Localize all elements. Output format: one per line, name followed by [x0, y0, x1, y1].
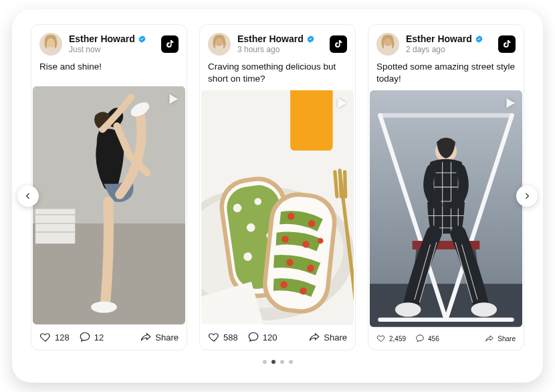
svg-point-9: [91, 301, 117, 312]
carousel-next-button[interactable]: [516, 185, 538, 207]
post-card: Esther Howard 2 days ago Spotted some am…: [368, 24, 524, 351]
device-frame: Esther Howard Just now Rise and shine!: [12, 9, 543, 383]
like-count: 588: [223, 332, 238, 342]
post-time: 2 days ago: [406, 45, 491, 54]
carousel-dots: [31, 360, 524, 364]
like-count: 128: [55, 332, 70, 342]
chevron-left-icon: [23, 191, 33, 201]
post-footer: 588 120 Share: [200, 324, 355, 350]
post-card: Esther Howard Just now Rise and shine!: [31, 24, 187, 351]
carousel-dot[interactable]: [271, 360, 275, 364]
share-label: Share: [155, 332, 179, 342]
author-block: Esther Howard 3 hours ago: [237, 34, 323, 54]
post-media[interactable]: [33, 86, 185, 324]
like-button[interactable]: 128: [39, 331, 70, 343]
heart-icon: [208, 331, 220, 343]
post-card: Esther Howard 3 hours ago Craving someth…: [199, 24, 356, 351]
comment-count: 120: [263, 332, 278, 342]
comment-button[interactable]: 456: [415, 334, 439, 343]
post-media[interactable]: [201, 90, 354, 324]
carousel-dot[interactable]: [289, 360, 293, 364]
chevron-right-icon: [522, 191, 532, 201]
post-header: Esther Howard 2 days ago: [368, 25, 524, 60]
carousel-prev-button[interactable]: [17, 185, 39, 207]
avatar[interactable]: [208, 33, 231, 56]
like-button[interactable]: 588: [208, 331, 238, 343]
author-block: Esther Howard Just now: [69, 34, 154, 54]
post-footer: 128 12 Share: [31, 324, 187, 350]
author-name[interactable]: Esther Howard: [237, 34, 304, 44]
svg-rect-15: [290, 90, 333, 151]
share-label: Share: [497, 335, 516, 342]
play-icon: [334, 96, 348, 110]
svg-line-21: [340, 171, 341, 197]
author-block: Esther Howard 2 days ago: [406, 34, 491, 54]
like-button[interactable]: 2,459: [376, 334, 406, 343]
author-name[interactable]: Esther Howard: [69, 34, 135, 44]
svg-point-65: [471, 303, 497, 317]
comment-count: 456: [428, 335, 439, 342]
share-button[interactable]: Share: [140, 331, 179, 343]
tiktok-icon[interactable]: [330, 35, 347, 53]
heart-icon: [376, 334, 386, 343]
share-label: Share: [324, 332, 347, 342]
post-header: Esther Howard 3 hours ago: [200, 25, 355, 60]
verified-badge-icon: [306, 35, 315, 43]
comment-button[interactable]: 120: [247, 331, 278, 343]
svg-line-22: [345, 172, 346, 197]
share-button[interactable]: Share: [485, 334, 516, 343]
post-media[interactable]: [370, 90, 522, 327]
comment-count: 12: [94, 332, 104, 342]
post-time: 3 hours ago: [237, 45, 323, 54]
svg-line-20: [335, 172, 337, 197]
avatar[interactable]: [39, 33, 62, 56]
post-footer: 2,459 456 Share: [368, 327, 524, 350]
share-icon: [140, 331, 152, 343]
heart-icon: [39, 331, 51, 343]
post-carousel: Esther Howard Just now Rise and shine!: [31, 24, 524, 351]
share-icon: [485, 334, 494, 343]
carousel-dot[interactable]: [280, 360, 284, 364]
tiktok-icon[interactable]: [498, 35, 516, 53]
post-header: Esther Howard Just now: [31, 25, 187, 60]
tiktok-icon[interactable]: [161, 35, 179, 53]
comment-icon: [79, 331, 91, 343]
post-caption: Spotted some amazing street style today!: [368, 60, 524, 90]
verified-badge-icon: [475, 35, 483, 43]
share-button[interactable]: Share: [308, 331, 347, 343]
comment-icon: [415, 334, 425, 343]
like-count: 2,459: [389, 335, 406, 342]
share-icon: [308, 331, 320, 343]
avatar[interactable]: [376, 33, 399, 56]
post-time: Just now: [69, 45, 154, 54]
comment-icon: [247, 331, 259, 343]
verified-badge-icon: [138, 35, 146, 43]
post-caption: Rise and shine!: [31, 60, 187, 86]
author-name[interactable]: Esther Howard: [406, 34, 472, 44]
comment-button[interactable]: 12: [79, 331, 104, 343]
play-icon: [502, 96, 517, 110]
carousel-dot[interactable]: [263, 360, 267, 364]
svg-point-64: [395, 303, 421, 317]
post-caption: Craving something delicious but short on…: [200, 60, 355, 90]
play-icon: [165, 92, 180, 106]
